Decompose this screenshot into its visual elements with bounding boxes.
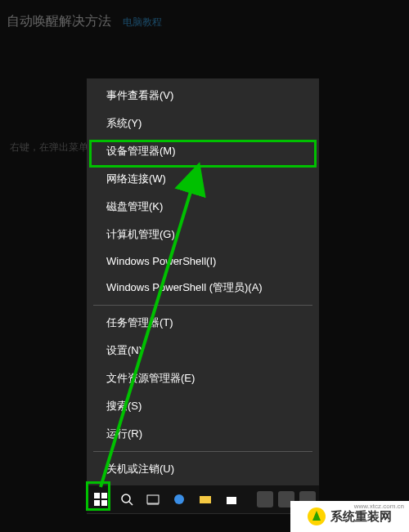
svg-rect-1: [101, 493, 107, 498]
menu-powershell[interactable]: Windows PowerShell(I): [87, 248, 319, 274]
watermark-url: www.xtcz.com.cn: [354, 503, 404, 510]
start-button[interactable]: [88, 487, 113, 512]
explorer-icon[interactable]: [193, 487, 218, 512]
menu-disk-mgmt[interactable]: 磁盘管理(K): [87, 193, 319, 221]
task-view-icon[interactable]: [141, 487, 165, 512]
menu-settings[interactable]: 设置(N): [87, 337, 319, 364]
watermark: 系统重装网 www.xtcz.com.cn: [290, 501, 409, 532]
store-icon[interactable]: [219, 487, 244, 512]
menu-device-manager[interactable]: 设备管理器(M): [87, 137, 319, 165]
search-icon[interactable]: [115, 487, 139, 512]
winx-context-menu: 事件查看器(V) 系统(Y) 设备管理器(M) 网络连接(W) 磁盘管理(K) …: [87, 78, 319, 514]
tray-icon[interactable]: [257, 491, 273, 507]
svg-rect-6: [147, 495, 159, 503]
menu-system[interactable]: 系统(Y): [87, 110, 319, 137]
menu-separator: [93, 305, 312, 306]
svg-rect-10: [227, 497, 236, 504]
menu-event-viewer[interactable]: 事件查看器(V): [87, 82, 319, 110]
svg-line-5: [129, 502, 133, 505]
menu-network[interactable]: 网络连接(W): [87, 165, 319, 193]
edge-icon[interactable]: [167, 487, 191, 512]
menu-separator: [93, 451, 312, 452]
menu-task-manager[interactable]: 任务管理器(T): [87, 309, 319, 337]
svg-rect-3: [101, 500, 107, 506]
svg-rect-9: [200, 496, 211, 503]
watermark-text: 系统重装网: [330, 509, 392, 525]
svg-rect-0: [94, 493, 100, 498]
taskbar: [87, 485, 319, 513]
menu-search[interactable]: 搜索(S): [87, 392, 319, 420]
watermark-logo-icon: [308, 507, 326, 525]
svg-rect-2: [94, 500, 100, 506]
menu-powershell-admin[interactable]: Windows PowerShell (管理员)(A): [87, 274, 319, 302]
menu-run[interactable]: 运行(R): [87, 420, 319, 448]
svg-point-4: [122, 494, 130, 503]
menu-explorer[interactable]: 文件资源管理器(E): [87, 364, 319, 392]
windows-icon: [94, 493, 107, 506]
menu-computer-mgmt[interactable]: 计算机管理(G): [87, 221, 319, 248]
menu-shutdown[interactable]: 关机或注销(U): [87, 455, 319, 483]
svg-point-8: [174, 494, 184, 504]
